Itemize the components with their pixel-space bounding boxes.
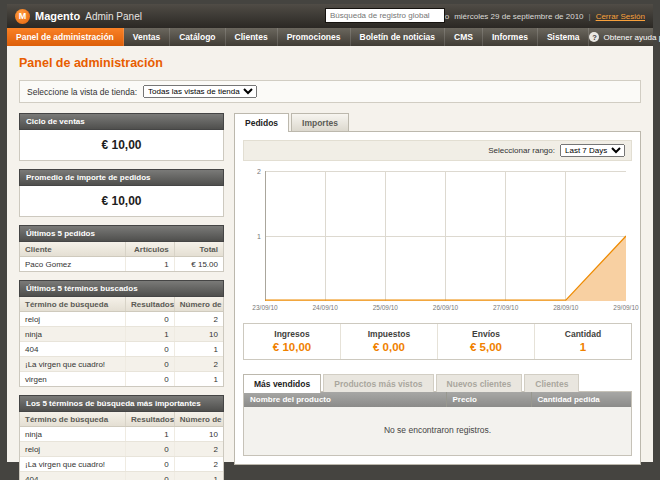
tab-orders[interactable]: Pedidos [234, 113, 289, 132]
range-bar: Seleccionar rango: Last 7 Days [243, 140, 632, 161]
cell: 1 [174, 472, 223, 480]
col-header: Artículos [126, 242, 175, 257]
range-select[interactable]: Last 7 Days [560, 144, 625, 157]
cell: 1 [126, 257, 175, 272]
range-label: Seleccionar rango: [488, 146, 555, 155]
x-axis-tick: 28/09/10 [553, 304, 578, 311]
store-view-label: Seleccione la vista de tienda: [27, 87, 137, 97]
page-title: Panel de administración [19, 56, 641, 70]
last-orders-panel: Últimos 5 pedidos Cliente Artículos Tota… [19, 225, 224, 272]
stat-tax: Impuestos € 0,00 [340, 324, 437, 359]
cell: 10 [174, 427, 223, 442]
top-header-bar: M Magento Admin Panel Accedió como aparo… [7, 4, 653, 28]
cell: 10 [174, 327, 223, 342]
totals-row: Ingresos € 10,00 Impuestos € 0,00 Envíos… [243, 323, 632, 360]
lifetime-sales-panel: Ciclo de ventas € 10,00 [19, 113, 224, 161]
table-row[interactable]: ¡La virgen que cuadro! 0 2 [20, 457, 223, 472]
table-row[interactable]: reloj 0 2 [20, 442, 223, 457]
x-axis-tick: 27/09/10 [493, 304, 518, 311]
average-orders-title: Promedio de importe de pedidos [19, 169, 224, 186]
nav-item-dashboard[interactable]: Panel de administración [7, 28, 124, 46]
y-axis-tick: 2 [257, 168, 261, 175]
stat-quantity: Cantidad 1 [534, 324, 631, 359]
magento-logo-icon: M [15, 9, 30, 24]
tab-customers[interactable]: Clientes [524, 374, 579, 392]
table-row[interactable]: ninja 1 10 [20, 327, 223, 342]
col-header: Total [174, 242, 223, 257]
stat-value: € 0,00 [341, 341, 437, 353]
table-row[interactable]: 404 0 1 [20, 472, 223, 480]
cell: 1 [174, 372, 223, 387]
separator: | [589, 12, 591, 21]
average-orders-value: € 10,00 [20, 186, 223, 216]
table-row[interactable]: ¡La virgen que cuadro! 0 2 [20, 357, 223, 372]
table-row[interactable]: reloj 0 2 [20, 312, 223, 327]
cell: 1 [174, 342, 223, 357]
cell: Paco Gomez [20, 257, 126, 272]
nav-item-sales[interactable]: Ventas [124, 28, 170, 46]
table-row[interactable]: ninja 1 10 [20, 427, 223, 442]
tab-most-viewed[interactable]: Productos más vistos [323, 374, 433, 392]
lifetime-sales-value: € 10,00 [20, 130, 223, 160]
stat-label: Envíos [438, 329, 534, 339]
cell: 2 [174, 312, 223, 327]
cell: 2 [174, 457, 223, 472]
cell: 404 [20, 342, 126, 357]
top-search-terms-title: Los 5 términos de búsqueda más important… [19, 395, 224, 412]
nav-item-system[interactable]: Sistema [538, 28, 590, 46]
nav-item-cms[interactable]: CMS [445, 28, 483, 46]
table-row[interactable]: 404 0 1 [20, 342, 223, 357]
cell: 0 [126, 472, 175, 480]
cell: 1 [126, 327, 175, 342]
cell: ¡La virgen que cuadro! [20, 357, 126, 372]
last-orders-title: Últimos 5 pedidos [19, 225, 224, 242]
cell: reloj [20, 442, 126, 457]
col-header: Término de búsqueda [20, 412, 126, 427]
nav-item-reports[interactable]: Informes [483, 28, 538, 46]
main-nav: Panel de administración Ventas Catálogo … [7, 28, 653, 46]
col-header: Resultados [126, 412, 175, 427]
nav-item-customers[interactable]: Clientes [226, 28, 278, 46]
cell: € 15.00 [174, 257, 223, 272]
stat-label: Ingresos [244, 329, 340, 339]
nav-item-promotions[interactable]: Promociones [278, 28, 351, 46]
tab-new-customers[interactable]: Nuevos clientes [436, 374, 523, 392]
nav-item-catalog[interactable]: Catálogo [170, 28, 225, 46]
cell: ¡La virgen que cuadro! [20, 457, 126, 472]
tab-amounts[interactable]: Importes [291, 113, 349, 131]
cell: virgen [20, 372, 126, 387]
orders-board: Seleccionar rango: Last 7 Days 2 1 [234, 131, 641, 465]
stat-value: € 5,00 [438, 341, 534, 353]
table-row[interactable]: Paco Gomez 1 € 15.00 [20, 257, 223, 272]
grid-col-header: Cantidad pedida [531, 392, 631, 407]
col-header: Cliente [20, 242, 126, 257]
chart-plot-area: 2 1 [265, 171, 626, 301]
store-view-select[interactable]: Todas las vistas de tienda [143, 85, 257, 98]
orders-chart: 2 1 [245, 171, 630, 313]
last-search-terms-panel: Últimos 5 términos buscados Término de b… [19, 280, 224, 387]
stat-value: € 10,00 [244, 341, 340, 353]
help-icon: ? [589, 32, 599, 42]
nav-item-newsletter[interactable]: Boletín de noticias [351, 28, 446, 46]
x-axis-labels: 23/09/10 24/09/10 25/09/10 26/09/10 27/0… [265, 301, 626, 313]
content-area: Panel de administración Seleccione la vi… [7, 46, 653, 480]
tab-bestsellers[interactable]: Más vendidos [243, 374, 321, 393]
admin-page: M Magento Admin Panel Accedió como aparo… [7, 4, 653, 462]
cell: 0 [126, 442, 175, 457]
page-help-link[interactable]: ? Obtener ayuda para esta página [589, 28, 660, 46]
logout-link[interactable]: Cerrar Sesión [596, 12, 645, 21]
grid-col-header: Precio [446, 392, 531, 407]
stat-label: Impuestos [341, 329, 437, 339]
cell: 404 [20, 472, 126, 480]
stat-label: Cantidad [535, 329, 631, 339]
chart-svg [265, 171, 626, 301]
cell: 0 [126, 357, 175, 372]
bottom-grids: Más vendidos Productos más vistos Nuevos… [243, 374, 632, 456]
col-header: Resultados [126, 297, 175, 312]
global-search-input[interactable] [325, 8, 445, 23]
average-orders-panel: Promedio de importe de pedidos € 10,00 [19, 169, 224, 217]
table-row[interactable]: virgen 0 1 [20, 372, 223, 387]
cell: 1 [126, 427, 175, 442]
bestsellers-grid: Nombre del producto Precio Cantidad pedi… [243, 391, 632, 456]
cell: 0 [126, 457, 175, 472]
